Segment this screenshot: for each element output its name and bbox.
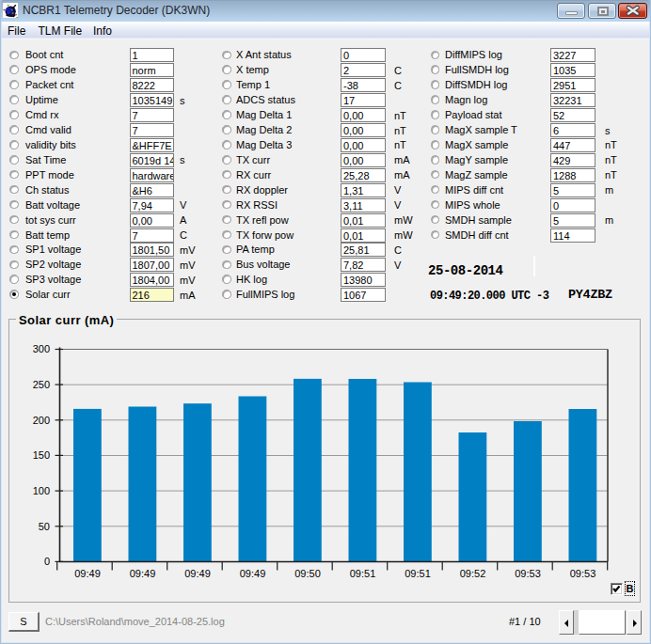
- svg-text:09:52: 09:52: [460, 568, 486, 579]
- svg-text:150: 150: [33, 449, 50, 461]
- svg-text:09:50: 09:50: [294, 568, 321, 579]
- svg-text:09:53: 09:53: [570, 568, 596, 579]
- svg-text:09:49: 09:49: [240, 568, 266, 579]
- svg-text:0: 0: [44, 556, 50, 567]
- svg-text:09:53: 09:53: [515, 568, 541, 579]
- svg-text:09:51: 09:51: [350, 568, 376, 579]
- svg-text:200: 200: [33, 415, 50, 426]
- svg-text:50: 50: [39, 521, 50, 532]
- svg-text:100: 100: [33, 485, 50, 496]
- svg-text:09:49: 09:49: [130, 568, 156, 579]
- svg-text:09:49: 09:49: [184, 568, 211, 579]
- svg-text:09:49: 09:49: [74, 568, 101, 579]
- svg-text:09:51: 09:51: [405, 568, 431, 579]
- svg-text:250: 250: [33, 379, 50, 390]
- svg-text:300: 300: [33, 343, 50, 354]
